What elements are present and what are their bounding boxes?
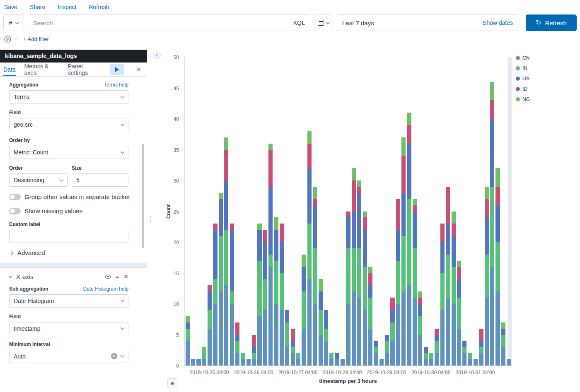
bar-segment-in[interactable] — [257, 261, 261, 316]
bar-segment-cn[interactable] — [490, 267, 494, 366]
bar-segment-in[interactable] — [446, 255, 450, 298]
bar-segment-us[interactable] — [313, 205, 317, 248]
refresh-button[interactable]: ↻ Refresh — [526, 14, 577, 31]
bar-segment-us[interactable] — [346, 217, 350, 248]
bar-segment-in[interactable] — [230, 291, 234, 304]
date-histogram-help-link[interactable]: Date Histogram help — [83, 286, 128, 292]
bar-segment-id[interactable] — [446, 187, 450, 224]
bar-segment-in[interactable] — [374, 347, 378, 353]
bar-segment-ng[interactable] — [357, 180, 361, 187]
bar-segment-cn[interactable] — [186, 341, 190, 366]
aggregation-select[interactable]: Terms — [9, 90, 128, 103]
bar-segment-id[interactable] — [390, 298, 394, 310]
bar-segment-id[interactable] — [307, 144, 312, 168]
bar-segment-id[interactable] — [230, 224, 234, 230]
drag-handle-icon[interactable]: = — [116, 273, 119, 280]
bar-segment-in[interactable] — [396, 261, 400, 304]
bar-segment-in[interactable] — [252, 353, 256, 359]
stacked-bar[interactable] — [368, 267, 372, 366]
bar-segment-cn[interactable] — [452, 304, 456, 366]
bar-segment-in[interactable] — [291, 347, 295, 353]
bar-segment-cn[interactable] — [202, 359, 206, 366]
bar-segment-cn[interactable] — [230, 304, 234, 366]
bar-segment-cn[interactable] — [268, 267, 273, 366]
bar-segment-cn[interactable] — [379, 359, 384, 366]
bar-segment-id[interactable] — [235, 322, 239, 335]
stacked-bar[interactable] — [329, 353, 334, 366]
group-other-toggle[interactable] — [9, 194, 21, 200]
stacked-bar[interactable] — [341, 359, 345, 366]
bar-segment-cn[interactable] — [296, 359, 300, 366]
bar-segment-ng[interactable] — [401, 137, 406, 156]
bar-segment-id[interactable] — [357, 187, 361, 193]
stacked-bar[interactable] — [501, 322, 505, 366]
stacked-bar[interactable] — [307, 131, 312, 366]
bar-segment-ng[interactable] — [407, 113, 411, 125]
bar-segment-in[interactable] — [429, 353, 433, 359]
bar-segment-in[interactable] — [219, 236, 223, 291]
bar-segment-us[interactable] — [490, 119, 494, 187]
minimum-interval-select[interactable]: Auto ✕ — [9, 350, 128, 363]
bar-segment-ng[interactable] — [490, 82, 494, 101]
bar-segment-cn[interactable] — [247, 359, 251, 366]
bar-segment-us[interactable] — [462, 341, 466, 347]
bar-segment-id[interactable] — [490, 100, 494, 119]
bar-segment-in[interactable] — [418, 316, 422, 335]
bar-segment-id[interactable] — [413, 205, 417, 212]
stacked-bar[interactable] — [462, 341, 466, 366]
bar-segment-cn[interactable] — [257, 316, 261, 366]
bar-segment-ng[interactable] — [452, 212, 456, 224]
collapse-sidebar-button[interactable]: ‹ — [153, 51, 161, 59]
bar-segment-id[interactable] — [368, 273, 372, 286]
clear-icon[interactable]: ✕ — [111, 353, 117, 359]
bar-segment-us[interactable] — [479, 341, 483, 347]
bar-segment-id[interactable] — [363, 217, 367, 230]
stacked-bar[interactable] — [407, 113, 411, 366]
bar-segment-us[interactable] — [413, 212, 417, 248]
bar-segment-ng[interactable] — [418, 291, 422, 298]
bar-segment-in[interactable] — [495, 242, 500, 291]
bar-segment-ng[interactable] — [413, 199, 417, 205]
stacked-bar[interactable] — [335, 353, 339, 366]
bar-segment-cn[interactable] — [191, 359, 195, 366]
bar-segment-in[interactable] — [385, 341, 389, 353]
stacked-bar[interactable] — [457, 261, 461, 366]
bar-segment-in[interactable] — [213, 279, 217, 304]
stacked-bar[interactable] — [495, 168, 500, 366]
stacked-bar[interactable] — [302, 255, 306, 366]
bar-segment-cn[interactable] — [474, 359, 478, 366]
bar-segment-in[interactable] — [274, 261, 278, 304]
nav-inspect-link[interactable]: Inspect — [58, 4, 76, 10]
bar-segment-us[interactable] — [495, 205, 500, 242]
bar-segment-cn[interactable] — [313, 304, 317, 366]
bar-segment-cn[interactable] — [495, 291, 500, 366]
bar-segment-us[interactable] — [302, 267, 306, 292]
bar-segment-cn[interactable] — [241, 359, 245, 366]
order-select[interactable]: Descending — [9, 173, 68, 187]
bar-segment-ng[interactable] — [274, 217, 278, 230]
bar-segment-id[interactable] — [452, 224, 456, 236]
stacked-bar[interactable] — [268, 144, 273, 366]
size-input[interactable] — [72, 173, 128, 187]
bar-segment-cn[interactable] — [319, 335, 323, 366]
bar-segment-cn[interactable] — [468, 359, 472, 366]
show-dates-button[interactable]: Show dates — [483, 19, 513, 26]
stacked-bar[interactable] — [324, 310, 328, 366]
bar-segment-in[interactable] — [440, 273, 445, 310]
bar-segment-in[interactable] — [485, 255, 489, 298]
bar-segment-cn[interactable] — [424, 359, 428, 366]
stacked-bar[interactable] — [468, 353, 472, 366]
stacked-bar[interactable] — [424, 347, 428, 366]
stacked-bar[interactable] — [252, 335, 256, 366]
field-select[interactable]: geo.src — [9, 118, 128, 131]
bar-segment-us[interactable] — [219, 199, 223, 236]
timestamp-field-select[interactable]: timestamp — [9, 322, 128, 335]
terms-help-link[interactable]: Terms help — [104, 82, 128, 88]
bar-segment-cn[interactable] — [291, 353, 295, 366]
stacked-bar[interactable] — [241, 353, 245, 366]
bar-segment-us[interactable] — [307, 168, 312, 224]
stacked-bar[interactable] — [313, 187, 317, 366]
bar-segment-id[interactable] — [208, 285, 212, 291]
bar-segment-us[interactable] — [396, 230, 400, 261]
bar-segment-cn[interactable] — [346, 304, 350, 366]
